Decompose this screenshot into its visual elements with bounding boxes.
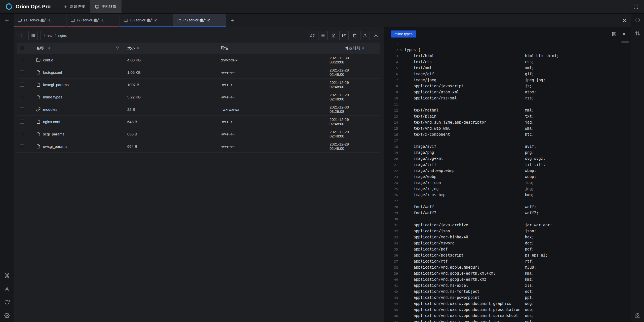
file-row[interactable]: scgi_params636 B-rw-r--r--2021-12-29 02:… [17, 128, 380, 140]
file-name[interactable]: nginx.conf [43, 120, 60, 124]
line-number: 7 [386, 78, 398, 82]
file-row[interactable]: uwsgi_params664 B-rw-r--r--2021-12-29 02… [17, 140, 380, 153]
settings-icon[interactable] [4, 313, 10, 318]
line-number: 16 [386, 133, 398, 136]
refresh-button[interactable] [308, 31, 317, 40]
top-menu-item[interactable]: 主机终端 [90, 0, 122, 13]
line-number: 35 [386, 247, 398, 251]
code-text: application/java-archive jar war ear; [405, 223, 552, 227]
preview-button[interactable] [318, 31, 328, 40]
line-number: 46 [386, 314, 398, 318]
top-menu-item[interactable]: 新建连接 [59, 0, 90, 13]
column-header-size[interactable]: 大小 [127, 46, 135, 51]
save-icon[interactable] [612, 32, 617, 37]
row-checkbox[interactable] [20, 95, 24, 99]
monitor-icon [18, 18, 22, 23]
editor-close-icon[interactable] [622, 32, 626, 37]
file-size: 1.05 KB [123, 70, 214, 75]
code-line: 23 image/webp webp; [386, 174, 631, 180]
upload-button[interactable] [360, 31, 370, 40]
new-folder-button[interactable] [339, 31, 349, 40]
code-line: 39 application/vnd.google-earth.kml+xml … [386, 270, 631, 276]
file-name[interactable]: modules [43, 107, 57, 112]
command-icon[interactable] [4, 273, 10, 278]
file-name[interactable]: scgi_params [43, 132, 64, 136]
code-text: application/vnd.google-earth.kml+xml kml… [405, 271, 534, 276]
add-tab-icon[interactable] [230, 18, 234, 23]
code-editor[interactable]: 12types {3 text/html html htm shtml;4 te… [386, 41, 631, 322]
file-size: 636 B [123, 132, 214, 136]
session-tab[interactable]: (2) server-生产-1 [67, 14, 120, 27]
back-button[interactable] [17, 31, 26, 40]
code-text: font/woff2 woff2; [405, 211, 539, 215]
file-row[interactable]: fastcgi.conf1.05 KB-rw-r--r--2021-12-29 … [17, 66, 380, 79]
session-status-underline [173, 26, 226, 27]
top-menu-label: 新建连接 [70, 4, 85, 9]
select-all-checkbox[interactable] [20, 46, 24, 50]
line-number: 24 [386, 181, 398, 185]
code-line: 1 [386, 41, 631, 47]
filter-icon[interactable] [116, 46, 119, 50]
delete-icon [353, 33, 357, 38]
session-tab[interactable]: (1) server-生产-1 [14, 14, 67, 27]
code-line: 24 image/x-icon ico; [386, 180, 631, 186]
fold-chevron-icon[interactable] [398, 48, 405, 52]
session-tab[interactable]: (3) server-生产-2 [120, 14, 173, 27]
line-number: 20 [386, 157, 398, 161]
row-checkbox[interactable] [20, 58, 24, 62]
row-checkbox[interactable] [20, 70, 24, 74]
sort-caret-size[interactable] [137, 47, 139, 50]
row-checkbox[interactable] [20, 83, 24, 87]
code-text: image/svg+xml svg svgz; [405, 156, 545, 161]
link-icon [36, 107, 41, 112]
file-row[interactable]: fastcgi_params1007 B-rw-r--r--2021-12-29… [17, 79, 380, 91]
file-name[interactable]: mime.types [43, 95, 62, 99]
breadcrumb-segment[interactable]: etc [48, 33, 52, 38]
sort-caret-name[interactable] [48, 47, 50, 50]
row-checkbox[interactable] [20, 132, 24, 136]
file-mtime: 2021-12-30 03:29:08 [330, 105, 380, 114]
user-icon[interactable] [4, 286, 10, 292]
line-number: 13 [386, 115, 398, 118]
plus-icon[interactable] [4, 18, 10, 23]
session-tab[interactable]: (4) server-生产-2 [173, 14, 226, 27]
code-text: application/postscript ps eps ai; [405, 253, 548, 258]
file-name[interactable]: fastcgi_params [43, 83, 69, 87]
file-name[interactable]: fastcgi.conf [43, 70, 62, 75]
file-row[interactable]: conf.d4.00 KBdrwxr-xr-x2021-12-30 03:29:… [17, 54, 380, 66]
sort-caret-mtime[interactable] [362, 47, 364, 50]
code-icon[interactable] [635, 17, 640, 23]
column-header-mtime[interactable]: 修改时间 [345, 46, 360, 51]
panel-splitter[interactable]: ⋮ [384, 27, 386, 322]
editor-file-tab[interactable]: mime.types [391, 30, 416, 38]
session-tab-label: (1) server-生产-1 [24, 18, 51, 23]
new-file-button[interactable] [329, 31, 338, 40]
download-button[interactable] [371, 31, 380, 40]
file-mtime: 2021-12-30 03:29:08 [330, 56, 380, 64]
swap-vertical-icon[interactable] [635, 31, 640, 36]
fullscreen-icon[interactable] [633, 4, 638, 9]
delete-button[interactable] [350, 31, 359, 40]
row-checkbox[interactable] [20, 144, 24, 148]
file-name[interactable]: uwsgi_params [43, 144, 67, 149]
sync-icon[interactable] [4, 300, 10, 305]
row-checkbox[interactable] [20, 107, 24, 111]
row-checkbox[interactable] [20, 120, 24, 124]
breadcrumb-segment[interactable]: nginx [58, 33, 66, 38]
line-number: 29 [386, 211, 398, 215]
file-mtime: 2021-12-29 02:48:00 [330, 117, 380, 126]
file-row[interactable]: mime.types5.22 KB-rw-r--r--2021-12-29 02… [17, 91, 380, 103]
file-name[interactable]: conf.d [43, 58, 53, 62]
column-header-name[interactable]: 名称 [36, 46, 44, 51]
file-size: 648 B [123, 120, 214, 124]
code-line: 29 font/woff2 woff2; [386, 210, 631, 216]
camera-icon[interactable] [635, 313, 640, 318]
file-row[interactable]: nginx.conf648 B-rw-r--r--2021-12-29 02:4… [17, 116, 380, 128]
topbar: Orion Ops Pro 新建连接主机终端 [0, 0, 644, 14]
code-line: 18 image/avif avif; [386, 144, 631, 150]
close-tabs-icon[interactable] [622, 18, 627, 23]
code-line: 15 text/vnd.wap.wml wml; [386, 125, 631, 131]
editor-scrollbar-thumb[interactable] [621, 41, 629, 43]
list-view-button[interactable] [28, 31, 38, 40]
file-row[interactable]: modules22 Blrwxrwxrwx2021-12-30 03:29:08 [17, 103, 380, 116]
